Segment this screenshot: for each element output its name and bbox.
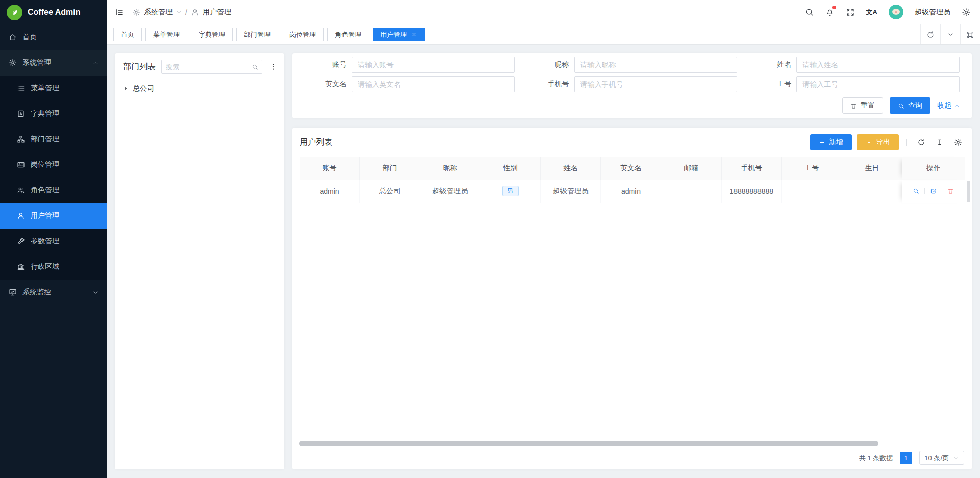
horizontal-scrollbar xyxy=(299,441,965,446)
app-logo[interactable]: Coffee Admin xyxy=(0,0,107,24)
query-button[interactable]: 查询 xyxy=(890,97,930,114)
sidebar-nav: 首页 系统管理 菜单管理 字典管理 部门管理 xyxy=(0,24,107,305)
tab-label: 岗位管理 xyxy=(289,30,316,39)
leaf-logo-icon xyxy=(7,5,22,20)
col-header-gender: 性别 xyxy=(480,157,541,180)
department-search-input[interactable] xyxy=(161,60,248,74)
name-input[interactable] xyxy=(796,57,960,73)
tab-close-icon[interactable] xyxy=(411,32,417,37)
sidebar-item-label: 参数管理 xyxy=(31,237,59,246)
tabs-menu-button[interactable] xyxy=(940,24,960,44)
tab-dept-management[interactable]: 部门管理 xyxy=(236,28,278,41)
nickname-input[interactable] xyxy=(574,57,738,73)
row-density-button[interactable] xyxy=(933,138,946,146)
export-button[interactable]: 导出 xyxy=(857,134,899,150)
en-name-input[interactable] xyxy=(352,76,515,92)
horizontal-scrollbar-thumb[interactable] xyxy=(299,441,878,446)
phone-input[interactable] xyxy=(574,76,738,92)
vertical-scrollbar-thumb[interactable] xyxy=(967,181,970,202)
sidebar-item-label: 行政区域 xyxy=(31,262,59,271)
tabbar-controls xyxy=(920,24,980,44)
global-search-button[interactable] xyxy=(805,8,814,17)
fullscreen-button[interactable] xyxy=(846,8,855,17)
user-list-title: 用户列表 xyxy=(300,137,332,148)
tab-menu-management[interactable]: 菜单管理 xyxy=(145,28,187,41)
refresh-page-button[interactable] xyxy=(920,24,940,44)
tab-label: 菜单管理 xyxy=(153,30,180,39)
menu-fold-icon xyxy=(115,8,124,17)
caret-right-icon[interactable] xyxy=(123,86,129,91)
trash-icon xyxy=(947,188,954,194)
tab-user-management[interactable]: 用户管理 xyxy=(373,28,425,41)
current-user-name[interactable]: 超级管理员 xyxy=(915,8,950,17)
user-icon xyxy=(17,212,25,220)
bell-icon xyxy=(825,8,835,17)
column-settings-button[interactable] xyxy=(951,138,965,146)
breadcrumb-separator: / xyxy=(185,8,187,16)
settings-button[interactable] xyxy=(962,8,971,17)
sidebar-item-menu-management[interactable]: 菜单管理 xyxy=(0,76,107,101)
collapse-filter-link[interactable]: 收起 xyxy=(937,101,960,110)
bank-icon xyxy=(17,263,25,271)
add-user-button[interactable]: 新增 xyxy=(810,134,852,150)
action-divider xyxy=(942,188,942,194)
tab-role-management[interactable]: 角色管理 xyxy=(327,28,369,41)
col-header-actions: 操作 xyxy=(902,157,965,180)
sidebar-item-system-monitor[interactable]: 系统监控 xyxy=(0,280,107,305)
filter-field-job-no: 工号 xyxy=(749,76,960,92)
sidebar-item-home[interactable]: 首页 xyxy=(0,24,107,50)
sidebar-item-role-management[interactable]: 角色管理 xyxy=(0,178,107,203)
field-label: 账号 xyxy=(305,60,352,69)
edit-icon xyxy=(930,188,937,194)
sidebar-fold-button[interactable] xyxy=(115,8,124,17)
job-no-input[interactable] xyxy=(796,76,960,92)
refresh-icon xyxy=(917,138,925,146)
topbar-actions: 文A 超级管理员 xyxy=(805,5,971,19)
user-icon xyxy=(191,8,199,16)
pagination-total: 共 1 条数据 xyxy=(859,454,893,463)
page-size-select[interactable]: 10 条/页 xyxy=(919,451,964,465)
page-button-1[interactable]: 1 xyxy=(900,452,912,464)
sidebar-item-label: 部门管理 xyxy=(31,135,59,144)
id-card-icon xyxy=(17,161,25,169)
chevron-down-icon xyxy=(947,31,954,38)
avatar[interactable] xyxy=(889,5,903,19)
language-switch-button[interactable]: 文A xyxy=(866,8,877,17)
tab-dict-management[interactable]: 字典管理 xyxy=(191,28,233,41)
search-icon xyxy=(898,103,904,109)
col-header-en-name: 英文名 xyxy=(601,157,661,180)
page-content: 部门列表 总公司 xyxy=(107,45,980,478)
notifications-button[interactable] xyxy=(825,8,835,17)
department-search-button[interactable] xyxy=(248,60,262,74)
tab-home[interactable]: 首页 xyxy=(113,28,142,41)
sidebar-item-dict-management[interactable]: 字典管理 xyxy=(0,101,107,127)
sidebar-item-admin-region[interactable]: 行政区域 xyxy=(0,254,107,280)
breadcrumb-section[interactable]: 系统管理 xyxy=(144,8,173,17)
add-button-label: 新增 xyxy=(829,138,843,147)
sidebar-item-user-management[interactable]: 用户管理 xyxy=(0,203,107,229)
refresh-table-button[interactable] xyxy=(915,138,928,146)
collapse-label: 收起 xyxy=(937,101,951,110)
sidebar-item-label: 用户管理 xyxy=(31,211,59,220)
edit-row-button[interactable] xyxy=(930,188,937,194)
sidebar-item-post-management[interactable]: 岗位管理 xyxy=(0,152,107,178)
view-row-button[interactable] xyxy=(913,188,919,194)
tab-post-management[interactable]: 岗位管理 xyxy=(282,28,324,41)
reset-button[interactable]: 重置 xyxy=(842,97,883,114)
tree-node-head-office[interactable]: 总公司 xyxy=(123,82,276,95)
sidebar-item-system-management[interactable]: 系统管理 xyxy=(0,50,107,76)
col-header-dept: 部门 xyxy=(360,157,420,180)
main-area: 系统管理 / 用户管理 文A 超级管理员 首页 菜单管理 字典管理 部门管理 xyxy=(107,0,980,478)
cell-gender: 男 xyxy=(480,180,541,203)
pagination-bar: 共 1 条数据 1 10 条/页 xyxy=(292,446,972,469)
account-input[interactable] xyxy=(352,57,515,73)
content-fullscreen-button[interactable] xyxy=(960,24,980,44)
sidebar-item-param-management[interactable]: 参数管理 xyxy=(0,229,107,254)
field-label: 手机号 xyxy=(527,80,574,89)
sidebar-submenu: 菜单管理 字典管理 部门管理 岗位管理 角色管理 xyxy=(0,76,107,280)
gear-icon xyxy=(9,59,17,67)
delete-row-button[interactable] xyxy=(947,188,954,194)
field-label: 英文名 xyxy=(305,80,352,89)
department-more-button[interactable] xyxy=(268,63,278,71)
sidebar-item-dept-management[interactable]: 部门管理 xyxy=(0,127,107,152)
